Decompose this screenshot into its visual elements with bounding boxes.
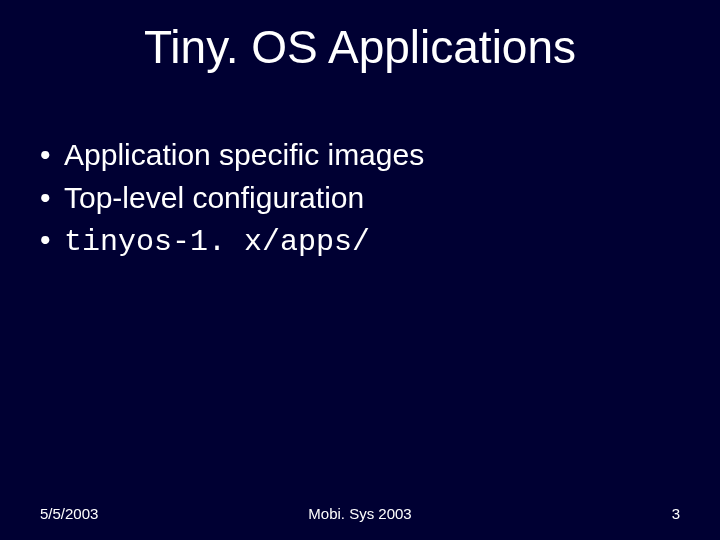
slide-title: Tiny. OS Applications bbox=[0, 20, 720, 74]
slide: Tiny. OS Applications • Application spec… bbox=[0, 0, 720, 540]
bullet-item: • Top-level configuration bbox=[40, 178, 424, 219]
footer-page-number: 3 bbox=[672, 505, 680, 522]
footer-venue: Mobi. Sys 2003 bbox=[0, 505, 720, 522]
bullet-dot-icon: • bbox=[40, 178, 64, 219]
bullet-dot-icon: • bbox=[40, 135, 64, 176]
bullet-list: • Application specific images • Top-leve… bbox=[40, 135, 424, 265]
bullet-dot-icon: • bbox=[40, 220, 64, 261]
bullet-text: Top-level configuration bbox=[64, 178, 364, 219]
bullet-text: tinyos-1. x/apps/ bbox=[64, 222, 370, 263]
bullet-item: • tinyos-1. x/apps/ bbox=[40, 220, 424, 263]
bullet-item: • Application specific images bbox=[40, 135, 424, 176]
bullet-text: Application specific images bbox=[64, 135, 424, 176]
